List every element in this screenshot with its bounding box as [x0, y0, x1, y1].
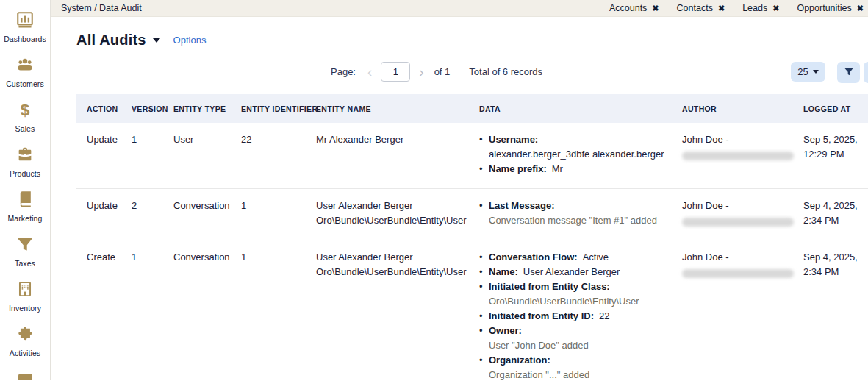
pinned-tab-accounts[interactable]: Accounts ✖: [609, 3, 659, 13]
close-icon[interactable]: ✖: [857, 4, 864, 13]
page-of-label: of 1: [434, 66, 451, 77]
sidebar-item-taxes[interactable]: Taxes: [0, 235, 50, 269]
close-icon[interactable]: ✖: [652, 4, 659, 13]
change-item: •Owner:User "John Doe" added: [479, 324, 666, 353]
breadcrumb[interactable]: System / Data Audit: [61, 3, 142, 13]
change-field-value: Mr: [552, 163, 563, 174]
prev-page-icon[interactable]: ‹: [365, 63, 375, 82]
data-audit-page: Dashboards Customers $ Sales: [0, 0, 868, 392]
change-item: •Organization:Organization "..." added: [479, 353, 666, 382]
cell-author: John Doe -: [672, 240, 793, 392]
table-row[interactable]: Create1Conversation1User Alexander Berge…: [76, 240, 868, 392]
column-header-data[interactable]: DATA: [469, 94, 672, 123]
author-name: John Doe -: [682, 199, 787, 213]
close-icon[interactable]: ✖: [772, 4, 779, 13]
change-item: •Initiated from Entity ID:22: [479, 309, 666, 324]
change-field-value: Active: [583, 252, 609, 263]
pinned-tab-opportunities[interactable]: Opportunities ✖: [797, 3, 864, 13]
column-header-entity-name[interactable]: ENTITY NAME: [306, 94, 469, 123]
cell-action: Create: [76, 240, 121, 392]
sidebar-item-customers[interactable]: Customers: [0, 55, 50, 90]
change-item: •Username:alexander.berger_3dbfe alexand…: [479, 132, 666, 162]
new-value: Conversation message "Item #1" added: [489, 215, 657, 226]
filter-button[interactable]: [837, 62, 860, 83]
sidebar-item-products[interactable]: Products: [0, 145, 50, 179]
dollar-icon: $: [0, 100, 50, 119]
new-value: Organization "..." added: [489, 369, 589, 380]
logged-at-line: Sep 5, 2025,: [803, 132, 868, 147]
sidebar-item-label: Sales: [15, 124, 35, 133]
cell-entity-id: 1: [231, 189, 306, 240]
change-field-label: Conversation Flow:: [489, 252, 578, 263]
pinned-tab-leads[interactable]: Leads ✖: [742, 3, 779, 13]
sidebar-item-label: Dashboards: [4, 35, 46, 43]
cell-entity-name: User Alexander BergerOro\Bundle\UserBund…: [306, 240, 469, 392]
change-value-line: Conversation message "Item #1" added: [489, 213, 666, 228]
new-value: Oro\Bundle\UserBundle\Entity\User: [489, 296, 639, 307]
chevron-down-icon[interactable]: [153, 38, 160, 43]
close-icon[interactable]: ✖: [718, 4, 725, 13]
next-page-icon[interactable]: ›: [416, 63, 426, 82]
sidebar-item-label: Products: [10, 169, 40, 178]
table-row[interactable]: Update2Conversation1User Alexander Berge…: [76, 189, 868, 240]
page-title[interactable]: All Audits: [76, 32, 146, 49]
change-list: •Last Message:Conversation message "Item…: [479, 199, 666, 228]
sidebar-item-dashboards[interactable]: Dashboards: [0, 10, 50, 45]
bottom-clip: [0, 380, 868, 392]
total-records-label: Total of 6 records: [469, 66, 542, 77]
column-header-author[interactable]: AUTHOR: [672, 94, 793, 123]
pinned-tab-contacts[interactable]: Contacts ✖: [677, 3, 725, 13]
change-field-label: Name:: [489, 266, 518, 277]
logged-at-line: 2:34 PM: [803, 265, 868, 279]
change-item: •Last Message:Conversation message "Item…: [479, 199, 666, 228]
pinned-tab-label: Contacts: [677, 3, 713, 13]
topbar: System / Data Audit Accounts ✖ Contacts …: [51, 0, 868, 17]
page-size-button[interactable]: 25: [791, 62, 825, 82]
options-link[interactable]: Options: [173, 35, 207, 46]
table-row[interactable]: Update1User22Mr Alexander Berger•Usernam…: [76, 123, 868, 189]
column-header-entity-identifier[interactable]: ENTITY IDENTIFIER: [231, 94, 306, 123]
change-field-label: Username:: [489, 134, 538, 145]
new-value: alexander.berger: [589, 149, 664, 160]
column-header-action[interactable]: ACTION: [76, 94, 121, 123]
cell-entity-name: Mr Alexander Berger: [306, 123, 469, 189]
change-value-line: Oro\Bundle\UserBundle\Entity\User: [489, 294, 666, 309]
sidebar-item-activities[interactable]: Activities: [0, 324, 50, 359]
sidebar-item-sales[interactable]: $ Sales: [0, 100, 50, 135]
entity-name-line: User Alexander Berger: [316, 250, 463, 265]
column-header-logged-at[interactable]: LOGGED AT: [793, 94, 868, 123]
cell-version: 2: [121, 189, 163, 240]
change-field-label: Organization:: [489, 354, 550, 366]
change-field-label: Initiated from Entity Class:: [489, 281, 610, 292]
cell-entity-type: User: [163, 123, 231, 189]
page-input[interactable]: [381, 62, 410, 82]
sidebar-item-inventory[interactable]: Inventory: [0, 279, 50, 314]
change-field-label: Initiated from Entity ID:: [489, 310, 594, 321]
grid-settings-button[interactable]: [864, 62, 868, 83]
cell-entity-type: Conversation: [163, 240, 231, 392]
table-body: Update1User22Mr Alexander Berger•Usernam…: [76, 123, 868, 392]
svg-text:$: $: [21, 100, 30, 119]
title-row: All Audits Options: [76, 32, 868, 49]
audit-grid: ACTIONVERSIONENTITY TYPEENTITY IDENTIFIE…: [76, 94, 868, 392]
author-name: John Doe -: [682, 132, 787, 147]
column-header-version[interactable]: VERSION: [121, 94, 163, 123]
building-icon: [0, 279, 50, 299]
filter-icon: [843, 65, 855, 79]
bullet-icon: •: [479, 199, 483, 213]
pinned-tabs: Accounts ✖ Contacts ✖ Leads ✖ Opportunit…: [609, 3, 864, 13]
change-field-label: Owner:: [489, 325, 522, 336]
bullet-icon: •: [479, 324, 483, 338]
main-content: All Audits Options Page: ‹ › of 1 Total …: [51, 17, 868, 392]
author-redacted-blur: [682, 218, 794, 227]
bullet-icon: •: [479, 250, 483, 265]
sidebar-item-label: Activities: [10, 349, 40, 357]
cell-entity-name: User Alexander BergerOro\Bundle\UserBund…: [306, 189, 469, 240]
chevron-down-icon: [813, 70, 819, 74]
change-value-line: User "John Doe" added: [489, 338, 666, 353]
change-item: •Name:User Alexander Berger: [479, 265, 666, 279]
sidebar-item-marketing[interactable]: Marketing: [0, 190, 50, 224]
briefcase-icon: [0, 145, 50, 164]
column-header-entity-type[interactable]: ENTITY TYPE: [163, 94, 231, 123]
cell-version: 1: [121, 240, 163, 392]
